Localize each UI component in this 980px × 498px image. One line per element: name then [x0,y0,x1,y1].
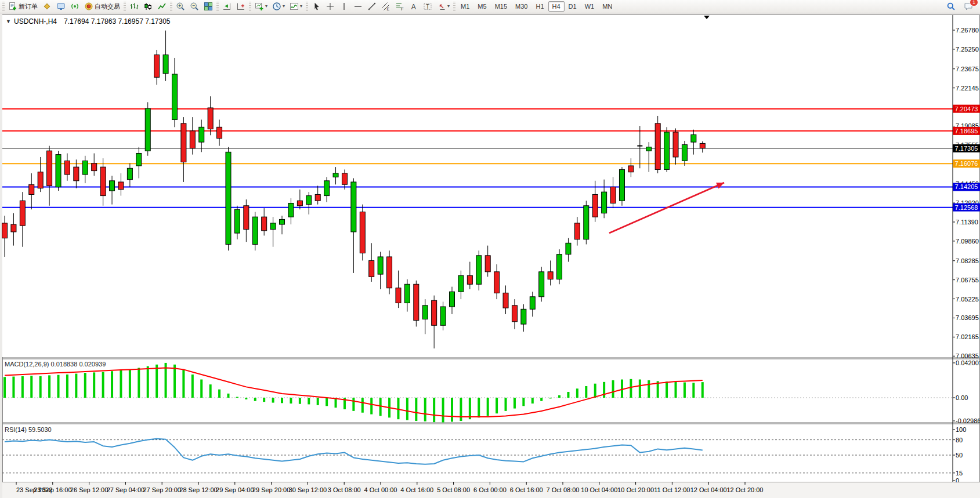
horizontal-line-tool-button[interactable] [351,0,365,13]
timeframe-button-m15[interactable]: M15 [491,1,511,12]
timeframe-button-h4[interactable]: H4 [548,1,565,12]
new-order-icon [8,2,17,11]
chart-plot-area[interactable] [2,15,952,357]
time-axis-label: 29 Sep 04:00 [216,486,254,493]
macd-histogram-bar [684,383,686,398]
candle [226,147,231,250]
bars-chart-button[interactable] [127,0,141,13]
autotrade-button-label: 自动交易 [95,2,120,11]
macd-histogram-bar [424,398,426,421]
macd-histogram-bar [594,384,596,398]
macd-histogram-bar [478,398,480,417]
channel-tool-button[interactable]: E [379,0,393,13]
candle [387,250,392,294]
price-axis-label: 7.00635 [956,352,979,359]
cursor-tool-button[interactable] [309,0,323,13]
label-tool-button[interactable]: T [421,0,435,13]
macd-histogram-bar [675,382,677,398]
price-axis-label: 7.03695 [956,314,979,321]
timeframe-button-m30[interactable]: M30 [511,1,531,12]
timeframe-button-mn[interactable]: MN [598,1,616,12]
rsi-axis-label: 80 [956,437,963,444]
candle [557,249,562,284]
macd-histogram-bar [12,377,15,398]
autoscroll-button[interactable] [220,0,234,13]
macd-histogram-bar [549,398,552,398]
autotrade-button[interactable]: 自动交易 [82,0,122,13]
indicators-button[interactable]: ▾ [287,0,305,13]
macd-histogram-bar [254,398,256,401]
macd-histogram-bar [415,398,417,421]
price-axis-label: 7.25250 [956,46,979,53]
zoom-out-button[interactable] [187,0,201,13]
new-order-button[interactable]: 新订单 [6,0,40,13]
zoom-in-icon [176,2,185,11]
chevron-down-icon: ▾ [447,4,450,9]
svg-text:E: E [387,7,390,11]
period-clock-icon [272,2,281,11]
macd-histogram-bar [39,376,42,398]
line-chart-button[interactable] [155,0,169,13]
macd-histogram-bar [111,371,113,398]
price-badge: 7.14205 [953,183,980,191]
price-axis-label: 7.06755 [956,277,979,283]
market-button[interactable] [54,0,68,13]
macd-histogram-bar [603,382,605,398]
macd-histogram-bar [299,398,301,404]
timeframe-button-h1[interactable]: H1 [531,1,548,12]
price-axis-label: 7.08285 [956,257,979,264]
arrows-tool-button[interactable]: ▾ [435,0,452,13]
candles-chart-button[interactable] [141,0,155,13]
macd-histogram-bar [585,386,587,398]
macd-axis-label: 0.00 [956,394,968,401]
zoom-in-button[interactable] [173,0,187,13]
macd-histogram-bar [397,398,399,419]
timeframe-button-m5[interactable]: M5 [473,1,490,12]
timeframe-button-d1[interactable]: D1 [565,1,581,12]
chart-canvas[interactable]: ▼USDCNH-,H47.17694 7.17863 7.16957 7.173… [0,14,980,498]
macd-histogram-bar [218,390,220,398]
macd-axis-label: -0.029864 [956,417,980,424]
macd-histogram-bar [84,373,86,398]
time-axis-label: 27 Sep 04:00 [107,486,144,493]
notifications-button[interactable]: 1 [961,0,975,13]
time-axis-label: 4 Oct 16:00 [400,486,433,493]
chart-shift-button[interactable] [234,0,248,13]
chevron-down-icon: ▾ [283,4,285,9]
text-tool-button[interactable]: A [407,0,421,13]
toolbar: 新订单自动交易▾▾▾EFAT▾M1M5M15M30H1H4D1W1MN1 [0,0,980,13]
timeframe-button-m1[interactable]: M1 [457,1,473,12]
macd-histogram-bar [75,374,77,398]
notification-badge: 1 [970,0,978,6]
price-badge: 7.18695 [953,127,980,135]
candle [584,201,589,244]
fibonacci-tool-button[interactable]: F [393,0,407,13]
time-axis-label: 12 Oct 04:00 [690,486,727,493]
brand-button[interactable] [40,0,54,13]
price-axis-label: 7.09860 [956,238,979,245]
time-axis-label: 6 Oct 16:00 [510,486,543,493]
search-button[interactable] [944,0,958,13]
macd-label: MACD(12,26,9) 0.018838 0.020939 [5,361,106,368]
trendline-icon [367,2,377,11]
hline-icon [353,2,363,11]
tile-windows-button[interactable] [201,0,215,13]
macd-histogram-bar [406,398,408,420]
trendline-tool-button[interactable] [365,0,379,13]
periods-button[interactable]: ▾ [270,0,287,13]
macd-histogram-bar [281,398,283,403]
macd-histogram-bar [156,365,158,398]
tile-windows-icon [204,2,213,11]
svg-text:7.16076: 7.16076 [955,160,978,167]
signals-button[interactable] [68,0,82,13]
crosshair-tool-button[interactable] [323,0,337,13]
new-chart-button[interactable]: ▾ [252,0,270,13]
timeframe-button-w1[interactable]: W1 [581,1,599,12]
time-axis-label: 29 Sep 20:00 [252,486,290,493]
time-axis-label: 3 Oct 08:00 [328,486,361,493]
macd-histogram-bar [451,398,453,421]
svg-text:7.17305: 7.17305 [955,145,978,152]
one-click-expander[interactable]: ▼ [6,19,11,24]
vertical-line-tool-button[interactable] [337,0,351,13]
autoscroll-icon [222,2,232,11]
